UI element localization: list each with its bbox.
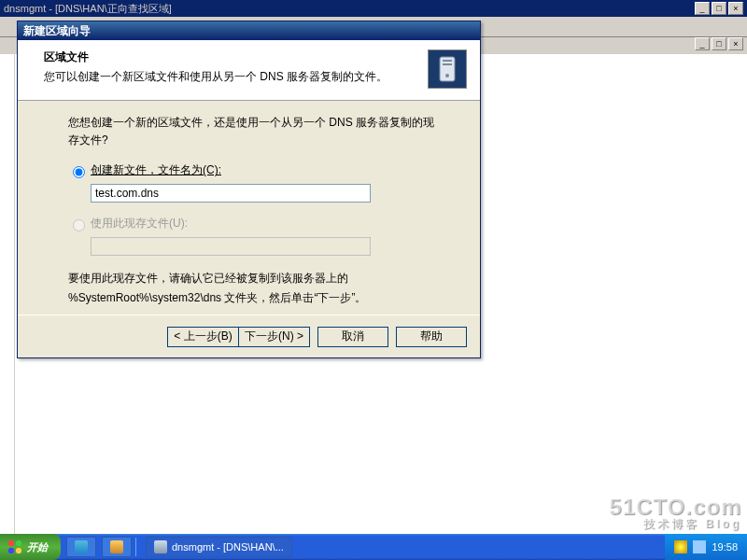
mdi-close-button[interactable]: ×: [728, 37, 743, 50]
cancel-button[interactable]: 取消: [317, 327, 388, 347]
radio-existing-input[interactable]: [73, 219, 85, 231]
app-titlebar: dnsmgmt - [DNS\HAN\正向查找区域] _ □ ×: [0, 0, 747, 17]
svg-point-3: [445, 74, 449, 77]
taskbar-item-explorer[interactable]: [102, 537, 132, 557]
windows-flag-icon: [7, 539, 22, 554]
wizard-buttons: < 上一步(B) 下一步(N) > 取消 帮助: [18, 315, 480, 357]
wizard-header-title: 区域文件: [44, 49, 418, 65]
tree-pane[interactable]: [0, 54, 15, 534]
wizard-body: 您想创建一个新的区域文件，还是使用一个从另一个 DNS 服务器复制的现存文件? …: [18, 101, 480, 315]
window-buttons: _ □ ×: [695, 2, 743, 15]
taskbar-item-dnsmgmt[interactable]: dnsmgmt - [DNS\HAN\...: [146, 537, 292, 557]
wizard-header: 区域文件 您可以创建一个新区域文件和使用从另一个 DNS 服务器复制的文件。: [18, 40, 480, 101]
taskbar-dns-label: dnsmgmt - [DNS\HAN\...: [172, 541, 284, 553]
note-line1: 要使用此现存文件，请确认它已经被复制到该服务器上的: [68, 269, 443, 287]
note-line2: %SystemRoot%\system32\dns 文件夹，然后单击“下一步”。: [68, 288, 443, 307]
taskbar-item-ie[interactable]: [66, 537, 96, 557]
tray-icon: [693, 540, 706, 553]
minimize-button[interactable]: _: [695, 2, 710, 15]
shield-icon: [674, 540, 687, 553]
mdi-minimize-button[interactable]: _: [695, 37, 710, 50]
mdi-maximize-button[interactable]: □: [712, 37, 726, 50]
filename-input[interactable]: [91, 184, 371, 203]
wizard-dialog: 新建区域向导 区域文件 您可以创建一个新区域文件和使用从另一个 DNS 服务器复…: [17, 21, 481, 358]
svg-rect-1: [443, 60, 452, 62]
system-tray[interactable]: 19:58: [665, 534, 747, 560]
svg-rect-2: [443, 63, 452, 65]
help-button[interactable]: 帮助: [396, 327, 467, 347]
radio-create-label: 创建新文件，文件名为(C):: [91, 162, 221, 178]
wizard-title: 新建区域向导: [18, 21, 480, 40]
radio-existing-label: 使用此现存文件(U):: [91, 216, 188, 231]
existing-filename-input: [91, 237, 371, 256]
radio-use-existing[interactable]: 使用此现存文件(U):: [68, 216, 443, 231]
taskbar: 开始 dnsmgmt - [DNS\HAN\... 19:58: [0, 534, 747, 560]
app-title: dnsmgmt - [DNS\HAN\正向查找区域]: [4, 2, 695, 16]
wizard-note: 要使用此现存文件，请确认它已经被复制到该服务器上的 %SystemRoot%\s…: [68, 269, 443, 307]
wizard-header-subtitle: 您可以创建一个新区域文件和使用从另一个 DNS 服务器复制的文件。: [44, 69, 418, 85]
radio-create-new-input[interactable]: [73, 166, 85, 178]
start-button[interactable]: 开始: [0, 534, 61, 560]
taskbar-separator: [135, 538, 136, 556]
maximize-button[interactable]: □: [712, 2, 726, 15]
close-button[interactable]: ×: [728, 2, 743, 15]
next-button[interactable]: 下一步(N) >: [238, 327, 310, 347]
ie-icon: [75, 540, 88, 553]
mmc-icon: [154, 540, 167, 553]
folder-icon: [110, 540, 123, 553]
server-icon: [428, 49, 467, 89]
wizard-prompt: 您想创建一个新的区域文件，还是使用一个从另一个 DNS 服务器复制的现存文件?: [68, 114, 443, 149]
radio-create-new[interactable]: 创建新文件，文件名为(C):: [68, 162, 443, 178]
back-button[interactable]: < 上一步(B): [167, 327, 238, 347]
clock: 19:58: [712, 541, 738, 553]
start-label: 开始: [27, 540, 48, 554]
